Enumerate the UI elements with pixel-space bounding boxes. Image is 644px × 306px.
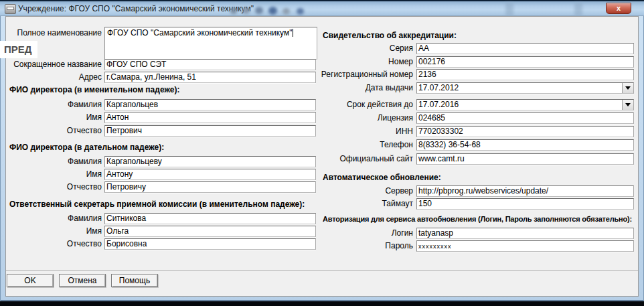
timeout-label: Таймаут [382,199,413,209]
secretary-patronymic-label: Отчество [67,239,102,249]
footer-separator [6,270,638,271]
number-label: Номер [388,57,413,67]
reg-number-field[interactable] [416,69,634,80]
login-label: Логин [392,228,413,238]
title-bar: Учреждение: ФГОУ СПО "Самарский экономич… [0,0,644,16]
dir-dat-surname-field[interactable] [104,156,316,167]
section-director-dative: ФИО директора (в дательном падеже): [9,143,164,152]
dir-dat-patronymic-field[interactable] [104,181,316,193]
valid-until-dropdown-button[interactable] [622,100,633,110]
dir-nom-surname-label: Фамилия [68,100,102,110]
phone-label: Телефон [380,140,413,150]
reg-number-label: Регистрационный номер [321,70,413,80]
dir-dat-surname-label: Фамилия [68,157,102,167]
short-name-field[interactable] [104,59,316,70]
series-label: Серия [390,44,413,54]
issue-date-dropdown-button[interactable] [622,83,633,93]
inn-field[interactable] [416,126,634,137]
license-label: Лицензия [378,113,413,123]
dir-dat-patronymic-label: Отчество [67,182,102,192]
section-secretary: Ответственный секретарь приемной комисси… [9,200,305,209]
glass-reflection [283,8,290,15]
glass-reflection [255,7,263,14]
glass-streak [574,3,582,16]
section-auto-update: Автоматическое обновление: [323,173,441,182]
timeout-field[interactable] [416,198,634,210]
full-name-label: Полное наименование [17,28,102,38]
valid-until-value: 17.07.2016 [418,100,459,109]
section-accreditation: Свидетельство об аккредитации: [323,31,457,40]
section-director-nominative: ФИО директора (в именительном падеже): [9,85,179,94]
password-field[interactable] [416,240,634,252]
dir-nom-name-label: Имя [86,112,102,123]
issue-date-field[interactable]: 17.07.2012 [416,82,634,94]
valid-until-field[interactable]: 17.07.2016 [416,99,634,110]
website-label: Официальный сайт [339,154,413,164]
address-field[interactable] [104,72,316,83]
glass-reflection [268,7,277,15]
full-name-field[interactable]: ФГОУ СПО "Самарский экономический техник… [104,27,317,60]
valid-until-label: Срок действия до [347,100,413,110]
section-auth: Авторизация для сервиса автообновления (… [323,215,632,223]
help-button[interactable]: Помощь [111,274,158,287]
window-title: Учреждение: ФГОУ СПО "Самарский экономич… [18,4,254,13]
full-name-value: ФГОУ СПО "Самарский экономический техник… [107,28,292,37]
short-name-label: Сокращенное название [13,60,102,70]
address-label: Адрес [79,72,102,82]
dialog-window: Учреждение: ФГОУ СПО "Самарский экономич… [0,0,644,301]
dir-dat-name-label: Имя [86,169,102,179]
dir-nom-patronymic-field[interactable] [104,125,316,137]
login-field[interactable] [416,228,634,239]
password-label: Пароль [385,241,413,251]
close-icon: x [617,4,621,12]
app-icon [5,4,16,14]
glass-streak [505,3,513,16]
number-field[interactable] [416,56,634,68]
dir-nom-name-field[interactable] [104,112,316,123]
server-field[interactable] [416,185,634,197]
server-label: Сервер [385,186,413,196]
issue-date-value: 17.07.2012 [418,83,459,92]
secretary-patronymic-field[interactable] [104,238,316,250]
ok-button[interactable]: OK [7,274,54,287]
cancel-button[interactable]: Отмена [59,274,106,287]
chevron-down-icon [625,86,631,90]
dir-nom-patronymic-label: Отчество [67,126,102,136]
secretary-surname-field[interactable] [104,213,316,224]
pred-overlay: ПРЕД [0,41,37,58]
glass-reflection [242,7,250,14]
issue-date-label: Дата выдачи [366,83,413,93]
glass-reflection [230,8,237,14]
website-field[interactable] [416,153,634,165]
chevron-down-icon [625,103,631,106]
screen: Учреждение: ФГОУ СПО "Самарский экономич… [0,0,644,306]
secretary-name-field[interactable] [104,226,316,237]
taskbar-edge [0,301,644,306]
dir-dat-name-field[interactable] [104,169,316,180]
text-caret [293,29,293,37]
phone-field[interactable] [416,139,634,151]
license-field[interactable] [416,112,634,124]
glass-reflection [297,8,304,15]
dir-nom-surname-field[interactable] [104,99,316,110]
series-field[interactable] [416,43,634,54]
inn-label: ИНН [396,127,413,137]
close-button[interactable]: x [606,3,631,14]
secretary-name-label: Имя [86,226,102,236]
secretary-surname-label: Фамилия [68,214,102,224]
